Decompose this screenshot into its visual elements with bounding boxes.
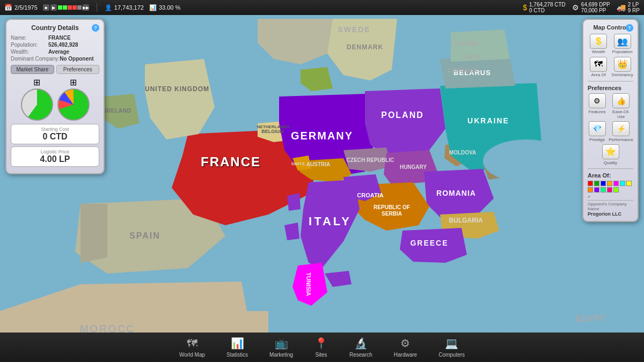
ease-pref[interactable]: 👍 Ease-Of-Use <box>609 93 633 119</box>
dominancy-control[interactable]: 👑 Dominancy <box>612 57 634 78</box>
features-pref[interactable]: ⚙ Features <box>588 93 606 119</box>
features-icon: ⚙ <box>589 93 606 108</box>
starting-cost-box: Starting Cost 0 CTD <box>11 124 99 144</box>
wealth-label: Wealth: <box>11 49 48 55</box>
color-swatch-0[interactable] <box>588 181 593 186</box>
color-swatch-10[interactable] <box>607 187 612 193</box>
percent-stat: 📊 33.00 % <box>149 4 180 11</box>
population-stat: 👤 17,743,172 <box>105 4 144 11</box>
color-swatch-1[interactable] <box>594 181 599 186</box>
svg-text:BELGIUM: BELGIUM <box>261 129 284 134</box>
preferences-tab[interactable]: Preferences <box>56 65 100 74</box>
panel-title: Country Details <box>31 24 79 32</box>
divider-2 <box>588 168 633 169</box>
dominant-value: No Opponent <box>60 56 93 62</box>
dominancy-icon: 👑 <box>614 57 631 72</box>
population-value: 17,743,172 <box>114 4 144 11</box>
svg-text:MOLDOVA: MOLDOVA <box>449 150 476 156</box>
speed-controls[interactable]: ■ ▶ ▶▶ <box>43 4 89 11</box>
population-icon: 👥 <box>614 34 631 49</box>
logistic-price-label: Logistic Price <box>16 149 94 154</box>
area-of-label: Area Of <box>591 73 606 78</box>
bottom-tab-label-0: World Map <box>179 352 205 358</box>
svg-text:LATVIA: LATVIA <box>463 54 481 60</box>
starting-cost-label: Starting Cost <box>16 127 94 132</box>
svg-text:AUSTRIA: AUSTRIA <box>306 161 330 167</box>
country-panel: Country Details ? Name: FRANCE Populatio… <box>5 19 105 174</box>
wealth-icon: $ <box>590 34 607 49</box>
company-name: Progorion LLC <box>588 211 633 217</box>
preferences-pie <box>57 88 90 121</box>
bottom-tab-computers[interactable]: 💻Computers <box>438 337 465 358</box>
truck-stat: 🚚 2 LP 9 RP <box>617 2 640 13</box>
panel-help-button[interactable]: ? <box>92 24 99 32</box>
dollar-icon: $ <box>523 3 527 12</box>
logistic-price-box: Logistic Price 4.00 LP <box>11 146 99 167</box>
gear-stat: ⚙ 64,699 DPP 70,000 PP <box>572 2 610 13</box>
play-button[interactable]: ▶ <box>50 4 57 11</box>
preferences-header: Preferences <box>588 85 633 91</box>
color-swatch-8[interactable] <box>594 187 599 193</box>
fast-forward-button[interactable]: ▶▶ <box>83 4 89 11</box>
preferences-chart-icon[interactable]: ⊞ <box>70 77 77 87</box>
svg-text:SERBIA: SERBIA <box>382 211 402 217</box>
svg-text:ROMANIA: ROMANIA <box>436 189 476 197</box>
wealth-control[interactable]: $ Wealth <box>588 34 610 55</box>
wealth-row: Wealth: Average <box>11 49 99 55</box>
charts-row: ⊞ ⊞ <box>11 77 99 121</box>
name-value: FRANCE <box>48 35 71 41</box>
bottom-tab-statistics[interactable]: 📊Statistics <box>226 337 248 358</box>
performance-icon: ⚡ <box>612 121 630 136</box>
svg-text:BULGARIA: BULGARIA <box>449 217 483 224</box>
color-swatch-5[interactable] <box>620 181 625 186</box>
map-control-help[interactable]: ? <box>626 24 633 32</box>
market-share-tab[interactable]: Market Share <box>11 65 54 74</box>
quality-pref[interactable]: ⭐ Quality <box>588 144 633 165</box>
bottom-tab-label-2: Marketing <box>269 352 293 358</box>
svg-text:ITALY: ITALY <box>309 215 352 228</box>
population-control[interactable]: 👥 Population <box>612 34 634 55</box>
speed-seg-3 <box>68 5 72 10</box>
color-swatch-3[interactable] <box>607 181 612 186</box>
right-stats: $ 1,764,278 CTD 0 CTD ⚙ 64,699 DPP 70,00… <box>523 2 640 13</box>
svg-text:REPUBLIC OF: REPUBLIC OF <box>374 204 410 210</box>
prestige-pref[interactable]: 💎 Prestige <box>588 121 606 142</box>
dpp-value: 64,699 DPP <box>581 2 610 8</box>
performance-pref[interactable]: ⚡ Performance <box>609 121 633 142</box>
percent-value: 33.00 % <box>159 4 180 11</box>
lp-value: 2 LP <box>628 2 640 8</box>
prestige-label: Prestige <box>589 137 605 142</box>
svg-text:SWITZ.: SWITZ. <box>291 161 305 166</box>
pop-value: 526,492,928 <box>48 42 78 48</box>
bottom-tab-research[interactable]: 🔬Research <box>349 337 372 358</box>
color-swatch-6[interactable] <box>626 181 632 186</box>
map-control-panel: Map Control ? $ Wealth 👥 Population 🗺 Ar… <box>582 19 639 222</box>
area-of-control[interactable]: 🗺 Area Of <box>588 57 610 78</box>
color-swatch-7[interactable] <box>588 187 593 193</box>
pause-button[interactable]: ■ <box>43 4 49 11</box>
population-icon: 👤 <box>105 4 112 11</box>
pop-label: Population: <box>11 42 48 48</box>
wealth-value: Average <box>48 49 69 55</box>
svg-text:EGYPT: EGYPT <box>576 314 605 323</box>
bottom-tab-sites[interactable]: 📍Sites <box>314 337 328 358</box>
panel-tabs: Market Share Preferences <box>11 65 99 74</box>
bottom-tab-marketing[interactable]: 📺Marketing <box>269 337 293 358</box>
rp-value: 9 RP <box>628 8 640 13</box>
bottom-tab-world-map[interactable]: 🗺World Map <box>179 337 205 358</box>
svg-text:TUNISIA: TUNISIA <box>305 272 312 296</box>
color-swatch-11[interactable] <box>613 187 619 193</box>
dollar-stat: $ 1,764,278 CTD 0 CTD <box>523 2 566 13</box>
bottom-tab-icon-6: 💻 <box>445 337 458 350</box>
svg-text:UNITED KINGDOM: UNITED KINGDOM <box>145 85 209 93</box>
chart-grid-icon[interactable]: ⊞ <box>33 77 40 87</box>
bottom-tab-label-4: Research <box>349 352 372 358</box>
color-swatch-4[interactable] <box>613 181 619 186</box>
bottom-tab-hardware[interactable]: ⚙Hardware <box>394 337 417 358</box>
ease-icon: 👍 <box>612 93 630 108</box>
population-label: Population <box>612 50 633 55</box>
color-swatch-2[interactable] <box>601 181 606 186</box>
company-label: Oppnent's Company Name <box>588 202 633 211</box>
quality-label: Quality <box>604 160 617 165</box>
color-swatch-9[interactable] <box>601 187 606 193</box>
